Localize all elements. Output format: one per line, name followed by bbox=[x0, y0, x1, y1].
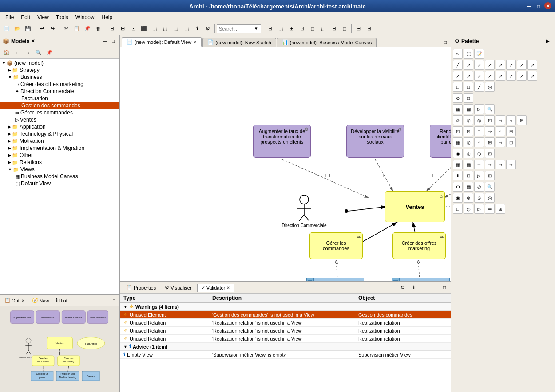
tree-item-motivation[interactable]: ▶ 📁 Motivation bbox=[0, 137, 119, 145]
p8-5[interactable]: ⇒ bbox=[496, 160, 505, 169]
bl-minimize[interactable]: — bbox=[103, 297, 110, 304]
conn11[interactable]: ↗ bbox=[474, 71, 484, 81]
p5-6[interactable]: ⊞ bbox=[506, 126, 516, 136]
p3-3[interactable]: ▷ bbox=[474, 104, 484, 114]
bt-more[interactable]: ⋮ bbox=[420, 283, 430, 293]
tree-item-offres[interactable]: ⇒ Créer des offres marketing bbox=[0, 81, 119, 88]
p12-5[interactable]: ⊞ bbox=[496, 204, 505, 214]
tb-redo[interactable]: ↪ bbox=[48, 24, 57, 34]
conn7[interactable]: ↗ bbox=[517, 60, 527, 70]
shape-dot[interactable]: ⊙ bbox=[453, 93, 463, 103]
marquee-tool[interactable]: ⬚ bbox=[464, 49, 473, 59]
p8-1[interactable]: ▦ bbox=[453, 160, 463, 169]
validator-row-0[interactable]: ⚠ Unused Element 'Gestion des commandes'… bbox=[120, 311, 451, 319]
validator-tab-close[interactable]: ✕ bbox=[226, 286, 230, 290]
tree-item-other[interactable]: ▶ 📁 Other bbox=[0, 152, 119, 159]
tab-close-default[interactable]: ✕ bbox=[193, 40, 197, 44]
p4-7[interactable]: ⊞ bbox=[517, 115, 527, 125]
p6-3[interactable]: ⌂ bbox=[474, 137, 484, 147]
tree-item-strategy[interactable]: ▶ 📁 Strategy bbox=[0, 67, 119, 74]
p7-4[interactable]: ⊡ bbox=[485, 149, 495, 158]
element-prediction[interactable]: Prédiction avec Machine Learning bbox=[392, 278, 450, 281]
tab-bmc[interactable]: 📊 (new model): Business Model Canvas bbox=[277, 38, 377, 47]
palette-expand[interactable]: ▶ bbox=[544, 38, 551, 45]
tb-open[interactable]: 📂 bbox=[12, 24, 22, 34]
validator-tab[interactable]: ✓ Validator ✕ bbox=[197, 284, 234, 292]
tb-new[interactable]: 📄 bbox=[2, 24, 12, 34]
tb-layout6[interactable]: ⬚ bbox=[318, 24, 328, 34]
element-ventes[interactable]: Ventes ⌂ bbox=[385, 191, 445, 222]
element-developper[interactable]: ⚙ Développer la visibilité sur les résea… bbox=[346, 125, 404, 158]
tb-undo[interactable]: ↩ bbox=[37, 24, 47, 34]
select-tool[interactable]: ↖ bbox=[453, 49, 463, 59]
main-canvas[interactable]: ++ + + +++ bbox=[120, 47, 451, 281]
tb-b4[interactable]: ⬚ bbox=[182, 24, 191, 34]
conn8[interactable]: ↗ bbox=[527, 60, 537, 70]
p8-3[interactable]: ⇒ bbox=[474, 160, 484, 169]
menu-edit[interactable]: Edit bbox=[17, 13, 34, 21]
p12-2[interactable]: ◎ bbox=[464, 204, 473, 214]
tb-delete[interactable]: 🗑 bbox=[93, 24, 103, 34]
tb-dist-h[interactable]: ⊡ bbox=[128, 24, 138, 34]
p4-4[interactable]: ⊡ bbox=[485, 115, 495, 125]
maximize-button[interactable]: □ bbox=[535, 2, 543, 10]
conn3[interactable]: ↗ bbox=[474, 60, 484, 70]
models-maximize[interactable]: □ bbox=[110, 38, 117, 45]
tree-item-direction[interactable]: ✦ Direction Commerciale bbox=[0, 88, 119, 95]
shape-sq[interactable]: □ bbox=[464, 93, 473, 103]
conn15[interactable]: ↗ bbox=[517, 71, 527, 81]
conn5[interactable]: ↗ bbox=[496, 60, 505, 70]
p3-1[interactable]: ▦ bbox=[453, 104, 463, 114]
conn4[interactable]: ↗ bbox=[485, 60, 495, 70]
tb-layout4[interactable]: ⊡ bbox=[297, 24, 307, 34]
element-augmenter[interactable]: ⚙ Augmenter le taux de transformation de… bbox=[253, 125, 311, 158]
p4-2[interactable]: ◎ bbox=[464, 115, 473, 125]
models-close-icon[interactable]: ✕ bbox=[31, 39, 35, 43]
tb-layout7[interactable]: ⊟ bbox=[329, 24, 339, 34]
tree-item-root[interactable]: ▼ 📦 (new model) bbox=[0, 59, 119, 67]
properties-tab[interactable]: 📋 Properties bbox=[123, 284, 159, 291]
menu-help[interactable]: Help bbox=[98, 13, 116, 21]
bp-minimize[interactable]: — bbox=[432, 284, 439, 291]
tree-item-tech[interactable]: ▶ 📁 Technology & Physical bbox=[0, 130, 119, 137]
search-dropdown[interactable]: ▾ bbox=[251, 24, 261, 34]
menu-tools[interactable]: Tools bbox=[52, 13, 72, 21]
tree-item-views[interactable]: ▼ 📁 Views bbox=[0, 166, 119, 173]
menu-file[interactable]: File bbox=[2, 13, 17, 21]
p9-1[interactable]: ⬆ bbox=[453, 171, 463, 180]
element-creer[interactable]: Créer des offres marketing ⇒ bbox=[392, 232, 446, 259]
tree-item-relations[interactable]: ▶ 📁 Relations bbox=[0, 159, 119, 166]
p6-5[interactable]: ⇒ bbox=[496, 137, 505, 147]
tab-default-view[interactable]: 📄 (new model): Default View ✕ bbox=[122, 37, 202, 47]
navi-tab[interactable]: 🧭 Navi bbox=[29, 297, 52, 304]
warnings-section[interactable]: ▼ ⚠ Warnings (4 items) bbox=[120, 303, 451, 311]
tb-layout1[interactable]: ⊟ bbox=[265, 24, 275, 34]
p8-4[interactable]: ⇒ bbox=[485, 160, 495, 169]
tb-dist-v[interactable]: ⬛ bbox=[139, 24, 149, 34]
element-gerer[interactable]: Gérer les commandes ⇒ bbox=[309, 232, 363, 259]
shape-circle[interactable]: ◎ bbox=[485, 82, 495, 92]
p5-2[interactable]: ⊡ bbox=[464, 126, 473, 136]
close-button[interactable]: ✕ bbox=[544, 2, 551, 9]
shape-line[interactable]: ╱ bbox=[474, 82, 484, 92]
element-panier[interactable]: Gestion d'un panier bbox=[306, 278, 364, 281]
p9-4[interactable]: ⊞ bbox=[485, 171, 495, 180]
p10-3[interactable]: ◎ bbox=[474, 182, 484, 192]
tb-layout3[interactable]: ⊞ bbox=[286, 24, 296, 34]
tabs-minimize[interactable]: — bbox=[434, 39, 441, 46]
p3-4[interactable]: 🔍 bbox=[485, 104, 495, 114]
p8-6[interactable]: ⇒ bbox=[506, 160, 516, 169]
tb-b6[interactable]: ⚙ bbox=[203, 24, 213, 34]
p7-3[interactable]: ⬡ bbox=[474, 149, 484, 158]
shape-rect[interactable]: □ bbox=[453, 82, 463, 92]
conn6[interactable]: ↗ bbox=[506, 60, 516, 70]
p11-1[interactable]: ◉ bbox=[453, 193, 463, 203]
conn13[interactable]: ↗ bbox=[496, 71, 505, 81]
p11-2[interactable]: ⊛ bbox=[464, 193, 473, 203]
tree-item-business[interactable]: ▼ 📁 Business bbox=[0, 74, 119, 81]
menu-window[interactable]: Window bbox=[72, 13, 98, 21]
tb-zoom-out[interactable]: ⊟ bbox=[353, 24, 363, 34]
p4-1[interactable]: ☺ bbox=[453, 115, 463, 125]
tb-align-v[interactable]: ⊞ bbox=[118, 24, 127, 34]
p12-1[interactable]: □ bbox=[453, 204, 463, 214]
